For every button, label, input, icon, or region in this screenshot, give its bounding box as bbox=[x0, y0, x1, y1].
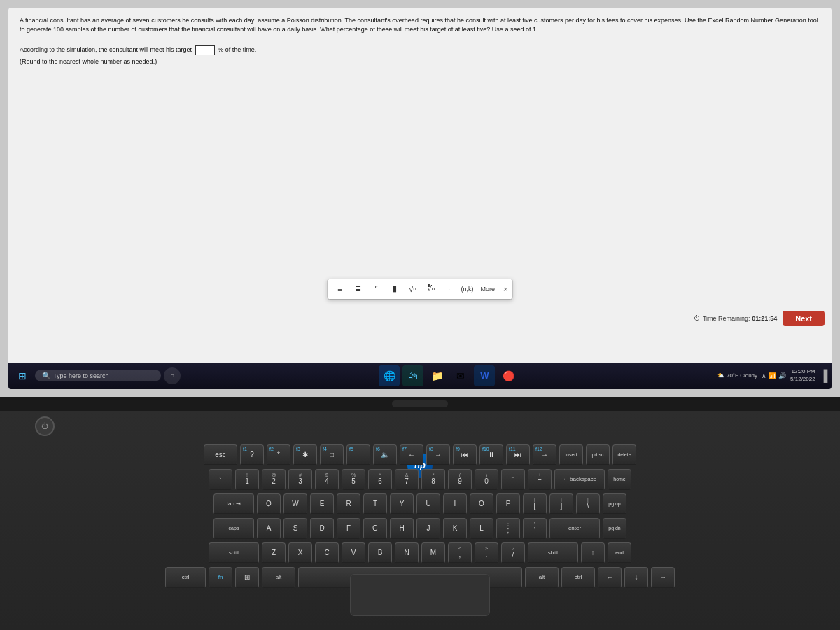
key-3[interactable]: #3 bbox=[288, 469, 312, 490]
key-8[interactable]: *8 bbox=[421, 469, 445, 490]
show-desktop-button[interactable]: ▐ bbox=[820, 370, 827, 382]
key-i[interactable]: I bbox=[443, 493, 467, 514]
key-f11[interactable]: f11⏭ bbox=[506, 444, 530, 465]
key-f7[interactable]: f7← bbox=[400, 444, 424, 465]
key-f12[interactable]: f12→ bbox=[533, 444, 556, 465]
key-f[interactable]: F bbox=[337, 518, 360, 539]
key-prtsc[interactable]: prt sc bbox=[586, 444, 610, 465]
key-u[interactable]: U bbox=[416, 493, 440, 514]
network-icon[interactable]: 📶 bbox=[769, 372, 776, 379]
key-j[interactable]: J bbox=[416, 518, 440, 539]
key-quote[interactable]: "' bbox=[523, 518, 547, 539]
key-lshift[interactable]: shift bbox=[209, 542, 259, 564]
key-x[interactable]: X bbox=[288, 542, 312, 564]
answer-input[interactable] bbox=[195, 46, 215, 55]
key-caps[interactable]: caps bbox=[214, 518, 254, 539]
key-e[interactable]: E bbox=[310, 493, 334, 514]
taskbar-app-files[interactable]: 📁 bbox=[426, 365, 447, 386]
key-insert[interactable]: insert bbox=[559, 444, 583, 465]
key-comma[interactable]: <, bbox=[448, 542, 472, 564]
more-button[interactable]: More bbox=[478, 284, 498, 294]
taskbar-search[interactable]: 🔍 Type here to search bbox=[35, 370, 161, 382]
key-pgup[interactable]: pg up bbox=[603, 493, 626, 514]
key-w[interactable]: W bbox=[284, 493, 307, 514]
key-f6[interactable]: f6🔈 bbox=[373, 444, 397, 465]
datetime-display[interactable]: 12:20 PM 5/12/2022 bbox=[790, 368, 816, 383]
key-4[interactable]: $4 bbox=[315, 469, 339, 490]
power-button[interactable]: ⏻ bbox=[35, 416, 55, 436]
key-right[interactable]: → bbox=[651, 567, 675, 588]
key-g[interactable]: G bbox=[363, 518, 387, 539]
key-tab[interactable]: tab ⇥ bbox=[214, 493, 254, 514]
close-math-toolbar[interactable]: × bbox=[503, 285, 507, 293]
key-b[interactable]: B bbox=[368, 542, 392, 564]
key-rshift[interactable]: shift bbox=[528, 542, 578, 564]
taskbar-app-mail[interactable]: ✉ bbox=[450, 365, 471, 386]
key-end[interactable]: end bbox=[608, 542, 631, 564]
key-d[interactable]: D bbox=[310, 518, 334, 539]
key-enter[interactable]: enter bbox=[550, 518, 600, 539]
key-lctrl[interactable]: ctrl bbox=[165, 567, 206, 588]
taskbar-app-store[interactable]: 🛍 bbox=[402, 365, 424, 386]
key-lbracket[interactable]: {[ bbox=[523, 493, 547, 514]
key-m[interactable]: M bbox=[421, 542, 445, 564]
key-esc[interactable]: esc bbox=[204, 444, 237, 465]
key-t[interactable]: T bbox=[363, 493, 387, 514]
math-btn-box[interactable]: ▮ bbox=[387, 281, 402, 297]
key-fn[interactable]: fn bbox=[209, 567, 232, 588]
next-button[interactable]: Next bbox=[783, 311, 825, 326]
key-v[interactable]: V bbox=[342, 542, 365, 564]
key-up[interactable]: ↑ bbox=[581, 542, 605, 564]
key-left[interactable]: ← bbox=[598, 567, 622, 588]
key-q[interactable]: Q bbox=[257, 493, 281, 514]
key-f1[interactable]: f1? bbox=[240, 444, 264, 465]
key-f2[interactable]: f2* bbox=[267, 444, 290, 465]
key-backspace[interactable]: ← backspace bbox=[554, 469, 605, 490]
key-rctrl[interactable]: ctrl bbox=[561, 567, 595, 588]
key-2[interactable]: @2 bbox=[262, 469, 286, 490]
key-semicolon[interactable]: :; bbox=[496, 518, 520, 539]
key-delete[interactable]: delete bbox=[612, 444, 636, 465]
chevron-up-icon[interactable]: ∧ bbox=[762, 372, 766, 379]
math-btn-quote[interactable]: ″ bbox=[369, 281, 384, 297]
key-6[interactable]: ^6 bbox=[368, 469, 392, 490]
key-ralt[interactable]: alt bbox=[525, 567, 559, 588]
key-equals[interactable]: += bbox=[528, 469, 552, 490]
key-a[interactable]: A bbox=[257, 518, 281, 539]
key-y[interactable]: Y bbox=[390, 493, 414, 514]
key-h[interactable]: H bbox=[390, 518, 414, 539]
key-down[interactable]: ↓ bbox=[624, 567, 648, 588]
task-view-button[interactable]: ○ bbox=[164, 368, 181, 384]
key-p[interactable]: P bbox=[496, 493, 520, 514]
key-7[interactable]: &7 bbox=[395, 469, 419, 490]
key-0[interactable]: )0 bbox=[475, 469, 498, 490]
key-f4[interactable]: f4□ bbox=[320, 444, 344, 465]
key-period[interactable]: >. bbox=[475, 542, 498, 564]
key-k[interactable]: K bbox=[443, 518, 467, 539]
key-home[interactable]: home bbox=[608, 469, 631, 490]
taskbar-app-word[interactable]: W bbox=[474, 365, 495, 386]
math-btn-cbrt[interactable]: ∛n bbox=[424, 281, 439, 297]
math-btn-align[interactable]: ≡ bbox=[332, 281, 348, 297]
math-btn-nk[interactable]: (n,k) bbox=[460, 281, 475, 297]
key-f10[interactable]: f10⏸ bbox=[479, 444, 503, 465]
key-minus[interactable]: _- bbox=[501, 469, 525, 490]
taskbar-app-chrome[interactable]: 🔴 bbox=[498, 365, 519, 386]
volume-icon[interactable]: 🔊 bbox=[778, 372, 786, 379]
touchpad[interactable] bbox=[350, 574, 490, 616]
math-btn-dot[interactable]: · bbox=[442, 281, 457, 297]
key-o[interactable]: O bbox=[470, 493, 493, 514]
taskbar-app-edge[interactable]: 🌐 bbox=[379, 365, 400, 386]
key-lalt[interactable]: alt bbox=[262, 567, 295, 588]
key-n[interactable]: N bbox=[395, 542, 419, 564]
key-win[interactable]: ⊞ bbox=[235, 567, 259, 588]
key-r[interactable]: R bbox=[337, 493, 360, 514]
math-btn-align2[interactable]: ≣ bbox=[351, 281, 366, 297]
key-backslash[interactable]: |\ bbox=[576, 493, 600, 514]
key-backtick[interactable]: ~` bbox=[209, 469, 232, 490]
key-f8[interactable]: f8→ bbox=[426, 444, 450, 465]
key-pgdn[interactable]: pg dn bbox=[603, 518, 626, 539]
key-f5[interactable]: f5 bbox=[346, 444, 370, 465]
key-s[interactable]: S bbox=[284, 518, 307, 539]
key-9[interactable]: (9 bbox=[448, 469, 472, 490]
